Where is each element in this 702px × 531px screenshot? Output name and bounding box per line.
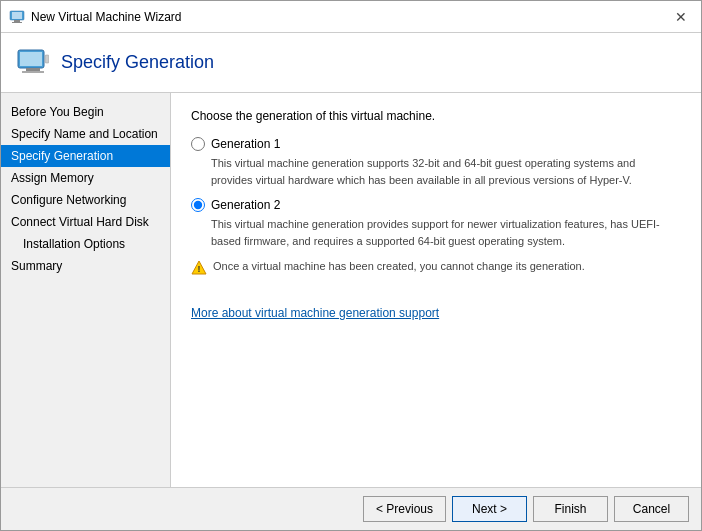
generation-2-radio[interactable]	[191, 198, 205, 212]
generation-1-row: Generation 1	[191, 137, 681, 151]
main-panel: Choose the generation of this virtual ma…	[171, 93, 701, 487]
generation-1-radio[interactable]	[191, 137, 205, 151]
svg-rect-6	[26, 68, 40, 71]
sidebar-item-assign-memory[interactable]: Assign Memory	[1, 167, 170, 189]
title-bar: New Virtual Machine Wizard ✕	[1, 1, 701, 33]
generation-1-description: This virtual machine generation supports…	[211, 155, 671, 188]
cancel-button[interactable]: Cancel	[614, 496, 689, 522]
generation-2-row: Generation 2	[191, 198, 681, 212]
sidebar-item-before-you-begin[interactable]: Before You Begin	[1, 101, 170, 123]
svg-rect-3	[12, 22, 22, 23]
generation-1-label[interactable]: Generation 1	[211, 137, 280, 151]
link-section: More about virtual machine generation su…	[191, 306, 681, 320]
sidebar-item-specify-name-location[interactable]: Specify Name and Location	[1, 123, 170, 145]
svg-rect-2	[14, 20, 20, 22]
warning-box: ! Once a virtual machine has been create…	[191, 259, 681, 276]
svg-rect-7	[22, 71, 44, 73]
sidebar: Before You Begin Specify Name and Locati…	[1, 93, 171, 487]
window-title: New Virtual Machine Wizard	[31, 10, 182, 24]
sidebar-item-configure-networking[interactable]: Configure Networking	[1, 189, 170, 211]
page-title: Specify Generation	[61, 52, 214, 73]
svg-rect-5	[20, 52, 42, 66]
warning-text: Once a virtual machine has been created,…	[213, 259, 585, 274]
svg-text:!: !	[198, 264, 201, 274]
generation-2-group: Generation 2 This virtual machine genera…	[191, 198, 681, 276]
previous-button[interactable]: < Previous	[363, 496, 446, 522]
warning-icon: !	[191, 260, 207, 276]
sidebar-item-summary[interactable]: Summary	[1, 255, 170, 277]
page-description: Choose the generation of this virtual ma…	[191, 109, 681, 123]
finish-button[interactable]: Finish	[533, 496, 608, 522]
generation-1-group: Generation 1 This virtual machine genera…	[191, 137, 681, 188]
title-bar-left: New Virtual Machine Wizard	[9, 9, 182, 25]
main-window: New Virtual Machine Wizard ✕ Specify Gen…	[0, 0, 702, 531]
sidebar-item-installation-options[interactable]: Installation Options	[1, 233, 170, 255]
page-header: Specify Generation	[1, 33, 701, 93]
more-info-link[interactable]: More about virtual machine generation su…	[191, 306, 439, 320]
content-area: Before You Begin Specify Name and Locati…	[1, 93, 701, 487]
close-button[interactable]: ✕	[669, 5, 693, 29]
generation-2-label[interactable]: Generation 2	[211, 198, 280, 212]
sidebar-item-specify-generation[interactable]: Specify Generation	[1, 145, 170, 167]
generation-2-description: This virtual machine generation provides…	[211, 216, 671, 249]
svg-rect-8	[45, 55, 49, 63]
footer: < Previous Next > Finish Cancel	[1, 487, 701, 530]
header-icon	[17, 47, 49, 79]
sidebar-item-connect-virtual-hard-disk[interactable]: Connect Virtual Hard Disk	[1, 211, 170, 233]
svg-rect-1	[12, 12, 22, 19]
wizard-icon	[9, 9, 25, 25]
next-button[interactable]: Next >	[452, 496, 527, 522]
